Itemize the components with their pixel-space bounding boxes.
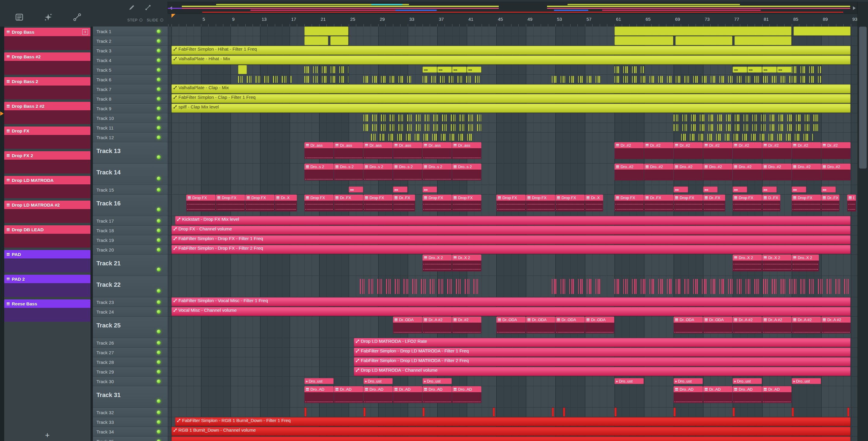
clip-auto[interactable]: FabFilter Simplon - Clap - Filter 1 Freq [172, 94, 850, 103]
clip-auto[interactable]: Drop FX - Channel volume [172, 226, 850, 235]
pattern-item[interactable]: PAD 2 [4, 275, 90, 297]
track-header[interactable]: Track 29 [93, 367, 167, 377]
clip-marker[interactable] [563, 408, 565, 417]
track-header[interactable]: Track 9 [93, 104, 167, 113]
track-header[interactable]: Track 31 [93, 386, 167, 408]
clip-pattern[interactable]: Dr..ass [452, 142, 481, 159]
clip-pattern[interactable]: Dr..AD [762, 386, 792, 403]
clip-pattern[interactable]: Dr..A #2 [423, 317, 452, 334]
playlist-row[interactable]: »»»»»»»»»»»»»»»» [167, 65, 858, 75]
clip-auto[interactable]: Vocal Misc - Channel volume [172, 307, 850, 316]
clip-auto[interactable]: FabFilter Simplon - Drop LD MATRODA - Fi… [354, 357, 850, 366]
pattern-item[interactable]: Drop BassI [4, 28, 90, 50]
draw-mode-icon[interactable] [127, 3, 137, 12]
clip-mini[interactable]: »» [733, 67, 747, 72]
track-header[interactable]: Track 16 [93, 195, 167, 216]
playlist-row[interactable]: FabFilter Simplon - Drop LD MATRODA - Fi… [167, 357, 858, 367]
clip-pattern[interactable]: Drop FX [452, 195, 481, 212]
clip-pattern[interactable]: Dr..FX [821, 195, 839, 212]
clip-mini[interactable]: »» [349, 186, 363, 192]
clip-pattern[interactable]: Dro..#2 [703, 164, 733, 181]
clip-auto[interactable]: Drop LD MATRODA - Channel volume [354, 367, 850, 376]
clip-pattern[interactable]: Dr..#2 [703, 142, 733, 159]
clip-pattern[interactable]: Dr..X 2 [452, 255, 481, 272]
track-mute-led[interactable] [157, 58, 161, 62]
track-mute-led[interactable] [157, 410, 161, 414]
clip-mini[interactable]: »Dro..ust [615, 378, 644, 384]
clip-pattern[interactable]: Dr..ODA [585, 317, 614, 334]
track-mute-led[interactable] [157, 300, 161, 304]
clip-auto[interactable]: FabFilter Simplon - Drop FX - Filter 2 F… [172, 245, 850, 254]
clip-pattern[interactable]: Dr..ODA [393, 317, 422, 334]
clip-marker[interactable] [733, 408, 735, 417]
clip-pattern[interactable]: Dr..ass [393, 142, 422, 159]
clip-pattern[interactable]: Dr..#2 [762, 142, 792, 159]
track-header[interactable]: Track 8 [93, 94, 167, 104]
clip-mini[interactable]: »» [762, 67, 777, 72]
clip-pattern[interactable]: Dro..s 2 [334, 164, 363, 181]
clip-notes[interactable] [681, 134, 814, 140]
clip-mini[interactable]: »Dro..ust [304, 378, 334, 384]
clip-auto[interactable]: Kickstart - Drop FX Mix level [175, 216, 850, 225]
clip-mini[interactable]: »» [777, 67, 792, 72]
clip-auto[interactable]: FabFilter Simplon - Drop FX - Filter 1 F… [172, 235, 850, 244]
clip-pattern[interactable]: Dro..#2 [615, 164, 644, 181]
playlist-row[interactable]: ValhallaPlate - Clap - Mix [167, 84, 858, 94]
track-header[interactable]: Track 21 [93, 255, 167, 276]
playlist-row[interactable]: ValhallaPlate - Hihat - Mix [167, 56, 858, 65]
clip-pattern[interactable]: Dr..AD [334, 386, 363, 403]
track-mute-led[interactable] [157, 68, 161, 72]
track-mute-led[interactable] [157, 208, 161, 212]
scroll-right-icon[interactable] [853, 6, 856, 10]
playlist-row[interactable]: Dr..assDr..assDr..assDr..assDr..assDr..a… [167, 142, 858, 164]
clip-pattern[interactable]: Dr..#2 [644, 142, 673, 159]
track-header[interactable]: Track 11 [93, 123, 167, 132]
clip-pattern[interactable]: Drop FX [245, 195, 275, 212]
clip-pattern[interactable]: Dro..#2 [762, 164, 792, 181]
track-header[interactable]: Track 12 [93, 132, 167, 142]
clip-pattern[interactable]: Dr..#2 [821, 142, 850, 159]
track-header[interactable]: Track 15 [93, 185, 167, 195]
playlist-row[interactable]: »»»»»»»»»»»»»»»»»» [167, 185, 858, 195]
track-mute-led[interactable] [157, 267, 161, 272]
track-mute-led[interactable] [157, 29, 161, 33]
clip-auto[interactable]: spiff - Clap Mix level [172, 104, 850, 113]
clip-pattern[interactable]: Dro..X 2 [733, 255, 762, 272]
clip-auto[interactable]: ValhallaPlate - Hihat - Mix [172, 56, 850, 64]
clip-pattern[interactable]: Dro..AD [674, 386, 703, 403]
clip-mini[interactable]: »» [437, 67, 452, 72]
clip-pattern[interactable]: Drop FX [364, 195, 393, 212]
clip-pattern[interactable]: Dro..s 2 [364, 164, 393, 181]
track-mute-led[interactable] [157, 341, 161, 345]
playlist-row[interactable]: FabFilter Simplon - Drop LD MATRODA - Fi… [167, 348, 858, 357]
clip-pattern[interactable]: Dro..AD [364, 386, 393, 403]
track-header[interactable]: Track 33 [93, 417, 167, 427]
track-mute-led[interactable] [157, 370, 161, 374]
track-header[interactable]: Track 14 [93, 164, 167, 185]
track-mute-led[interactable] [157, 87, 161, 91]
clip-pattern[interactable]: Dr..#2 [792, 142, 821, 159]
clip-pattern[interactable]: Dro..#2 [674, 164, 703, 181]
clip-pattern[interactable]: Dro..#2 [792, 164, 821, 181]
slide-mode-icon[interactable] [143, 3, 153, 12]
track-mute-led[interactable] [157, 219, 161, 223]
clip-auto[interactable]: FabFilter Simplon - Drop LD MATRODA - Fi… [354, 348, 850, 357]
clip-pattern[interactable]: Dr..ODA [496, 317, 526, 334]
clip-pattern[interactable]: Dr..AD [393, 386, 422, 403]
clip-pattern[interactable]: Dr..A #2 [821, 317, 850, 334]
clip-pattern[interactable]: Dr..X [585, 195, 603, 212]
clip-marker[interactable] [493, 408, 495, 417]
playlist-row[interactable]: Dro..s 2Dro..s 2Dro..s 2Dro..s 2Dro..s 2… [167, 164, 858, 185]
clip-pattern[interactable]: Drop FX [615, 195, 644, 212]
playlist-row[interactable]: RGB 1 Burnit_Down - Channel volume [167, 427, 858, 437]
clip-pattern[interactable]: Dr..#2 [615, 142, 644, 159]
playlist-row[interactable]: spiff - Clap Mix level [167, 104, 858, 113]
playlist-row[interactable]: FabFilter Simplon - Drop FX - Filter 2 F… [167, 245, 858, 255]
clip-notes[interactable] [364, 115, 481, 121]
track-header[interactable]: Track 4 [93, 56, 167, 65]
vertical-scrollbar[interactable] [858, 2, 868, 441]
track-mute-led[interactable] [157, 177, 161, 181]
track-header[interactable]: Track 24 [93, 307, 167, 317]
track-header[interactable]: Track 32 [93, 408, 167, 417]
clip-pattern[interactable]: Dr..ass [304, 142, 334, 159]
